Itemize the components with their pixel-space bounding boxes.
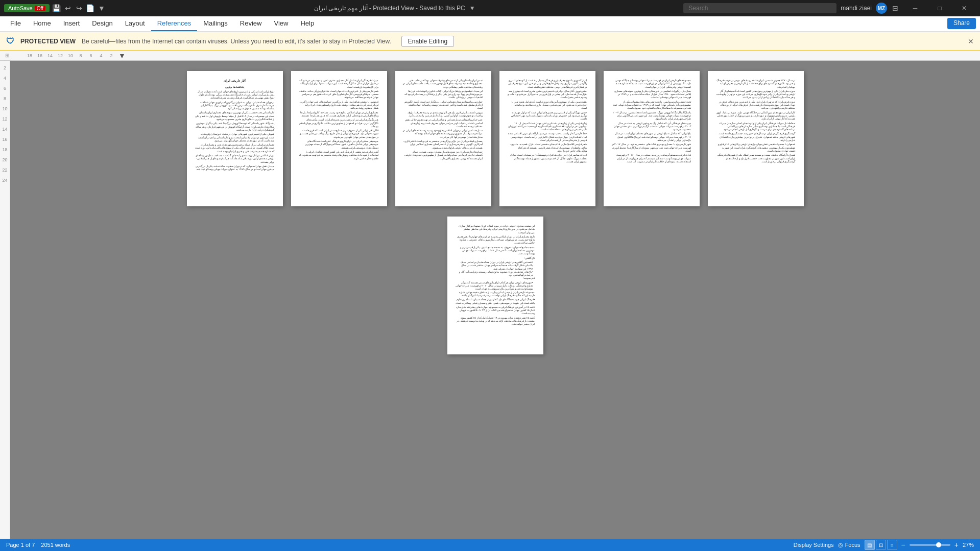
- title-bar-center: آثار مهم تاریخی ایران - Protected View -…: [106, 5, 683, 12]
- zoom-out-button[interactable]: −: [901, 541, 905, 549]
- ruler-tick: 2: [106, 53, 116, 58]
- ruler-tick: 14: [45, 53, 55, 58]
- ruler-num: 8: [4, 93, 6, 104]
- vertical-ruler: 2 4 6 8 10 12 14 16 18 20 22 24: [0, 61, 10, 539]
- pages-row-2: این صفحه محتوای تاریخی زیادی در مورد لبن…: [447, 217, 543, 354]
- ruler-tick: 8: [76, 53, 86, 58]
- ruler-tick: 6: [86, 53, 96, 58]
- autosave-state: Off: [35, 6, 45, 11]
- search-input[interactable]: [683, 3, 836, 13]
- ruler-corner: ⊞: [5, 53, 9, 58]
- main-area: 2 4 6 8 10 12 14 16 18 20 22 24 آثار تار…: [0, 61, 980, 539]
- title-dropdown-icon[interactable]: ▼: [469, 5, 475, 12]
- user-avatar[interactable]: MZ: [876, 3, 887, 14]
- window-controls: ─ □ ✕: [903, 0, 976, 16]
- title-bar-right: mahdi ziaei MZ ⊟ ─ □ ✕: [683, 0, 976, 16]
- page-7-content: این صفحه محتوای تاریخی زیادی در مورد لبن…: [456, 225, 535, 326]
- ruler-tick: 16: [35, 53, 45, 58]
- minimize-button[interactable]: ─: [903, 0, 927, 16]
- tab-references[interactable]: References: [151, 16, 197, 31]
- focus-label: Focus: [845, 542, 861, 548]
- ribbon-tabs: File Home Insert Design Layout Reference…: [0, 16, 980, 32]
- zoom-thumb[interactable]: [936, 542, 941, 547]
- ruler-num: 20: [2, 155, 7, 165]
- page-1-content: آثار تاریخی ایران یادداشت‌ها برترین تاری…: [195, 79, 275, 172]
- tab-help[interactable]: Help: [294, 16, 320, 31]
- ruler-num: 2: [4, 63, 6, 73]
- display-settings-button[interactable]: Display Settings: [794, 542, 834, 548]
- page-info: Page 1 of 7: [6, 542, 35, 548]
- document-page-2[interactable]: میراث فرهنگی ایران شامل آثار معماری، هنر…: [291, 71, 387, 206]
- document-title: آثار مهم تاریخی ایران - Protected View -…: [314, 5, 465, 12]
- enable-editing-button[interactable]: Enable Editing: [401, 36, 454, 47]
- horizontal-ruler: ⊞ 18 16 14 12 10 8 6 4 2 ▼: [0, 51, 980, 61]
- view-controls: ▤ ⊡ ≡: [865, 540, 897, 550]
- autosave-label: AutoSave: [8, 5, 33, 11]
- zoom-in-button[interactable]: +: [954, 541, 959, 549]
- close-button[interactable]: ✕: [952, 0, 976, 16]
- ruler-numbers: 18 16 14 12 10 8 6 4 2 ▼: [25, 52, 126, 60]
- focus-icon: ◎: [838, 542, 843, 548]
- outline-view-button[interactable]: ≡: [887, 540, 897, 550]
- protected-label: PROTECTED VIEW: [20, 38, 76, 45]
- ribbon-display-icon[interactable]: ⊟: [891, 4, 899, 12]
- ruler-num: 18: [2, 145, 7, 155]
- maximize-button[interactable]: □: [928, 0, 951, 16]
- document-page-6[interactable]: در سال ۱۳۷۰ هجری شمسی، ایران شاهد رویداد…: [708, 71, 804, 206]
- ruler-num: 24: [2, 175, 7, 185]
- protected-shield-icon: 🛡: [6, 37, 14, 46]
- document-page-7[interactable]: این صفحه محتوای تاریخی زیادی در مورد لبن…: [447, 217, 543, 354]
- zoom-level: 27%: [963, 542, 974, 548]
- ruler-num: 4: [4, 73, 6, 83]
- page-5-content: مجموعه‌های تاریخی ایران در فهرست میراث ج…: [612, 79, 691, 163]
- ruler-num: 10: [2, 104, 7, 114]
- document-canvas[interactable]: آثار تاریخی ایران یادداشت‌ها برترین تاری…: [10, 61, 980, 539]
- pages-row-1: آثار تاریخی ایران یادداشت‌ها برترین تاری…: [187, 71, 804, 206]
- ruler-num: 12: [2, 114, 7, 124]
- ruler-num: 22: [2, 165, 7, 175]
- page-2-content: میراث فرهنگی ایران شامل آثار معماری، هنر…: [299, 79, 379, 160]
- tab-view[interactable]: View: [268, 16, 294, 31]
- protected-message: Be careful—files from the Internet can c…: [82, 38, 391, 45]
- redo-icon[interactable]: ↪: [75, 4, 83, 12]
- tab-insert[interactable]: Insert: [57, 16, 86, 31]
- tab-design[interactable]: Design: [86, 16, 118, 31]
- ruler-tick: 12: [55, 53, 65, 58]
- ruler-tick: 4: [96, 53, 106, 58]
- tab-home[interactable]: Home: [27, 16, 57, 31]
- save-icon[interactable]: 💾: [53, 4, 61, 12]
- ruler-marker: ▼: [118, 52, 126, 60]
- document-page-3[interactable]: تمدن ایران باستان یکی از تمدن‌های پیشرفت…: [395, 71, 491, 206]
- page-3-content: تمدن ایران باستان یکی از تمدن‌های پیشرفت…: [403, 79, 483, 160]
- status-bar: Page 1 of 7 2051 words Display Settings …: [0, 539, 980, 551]
- new-doc-icon[interactable]: 📄: [86, 4, 94, 12]
- focus-button[interactable]: ◎ Focus: [838, 542, 861, 548]
- autosave-toggle[interactable]: AutoSave Off: [4, 4, 50, 12]
- tab-layout[interactable]: Layout: [119, 16, 151, 31]
- undo-icon[interactable]: ↩: [64, 4, 72, 12]
- customize-icon[interactable]: ▼: [98, 4, 106, 12]
- print-view-button[interactable]: ▤: [865, 540, 875, 550]
- ruler-num: 16: [2, 134, 7, 145]
- protected-bar-close[interactable]: ✕: [968, 37, 974, 45]
- ruler-num: 14: [2, 124, 7, 134]
- page-4-content: ایران کشوری با تنوع جغرافیایی و فرهنگی ب…: [508, 79, 587, 163]
- tab-file[interactable]: File: [4, 16, 27, 31]
- document-page-5[interactable]: مجموعه‌های تاریخی ایران در فهرست میراث ج…: [604, 71, 700, 206]
- tab-review[interactable]: Review: [234, 16, 268, 31]
- word-count: 2051 words: [41, 542, 70, 548]
- ruler-num: 6: [4, 83, 6, 93]
- share-button[interactable]: Share: [947, 18, 976, 29]
- web-view-button[interactable]: ⊡: [876, 540, 886, 550]
- tab-mailings[interactable]: Mailings: [197, 16, 234, 31]
- user-name: mahdi ziaei: [841, 5, 872, 12]
- status-right: Display Settings ◎ Focus ▤ ⊡ ≡ − + 27%: [794, 540, 974, 550]
- ruler-tick: 18: [25, 53, 35, 58]
- title-bar-left: AutoSave Off 💾 ↩ ↪ 📄 ▼: [4, 4, 106, 12]
- document-page-1[interactable]: آثار تاریخی ایران یادداشت‌ها برترین تاری…: [187, 71, 283, 206]
- ribbon: File Home Insert Design Layout Reference…: [0, 16, 980, 32]
- ruler-tick: 10: [65, 53, 76, 58]
- zoom-slider[interactable]: [910, 544, 950, 546]
- protected-view-bar: 🛡 PROTECTED VIEW Be careful—files from t…: [0, 32, 980, 51]
- document-page-4[interactable]: ایران کشوری با تنوع جغرافیایی و فرهنگی ب…: [499, 71, 595, 206]
